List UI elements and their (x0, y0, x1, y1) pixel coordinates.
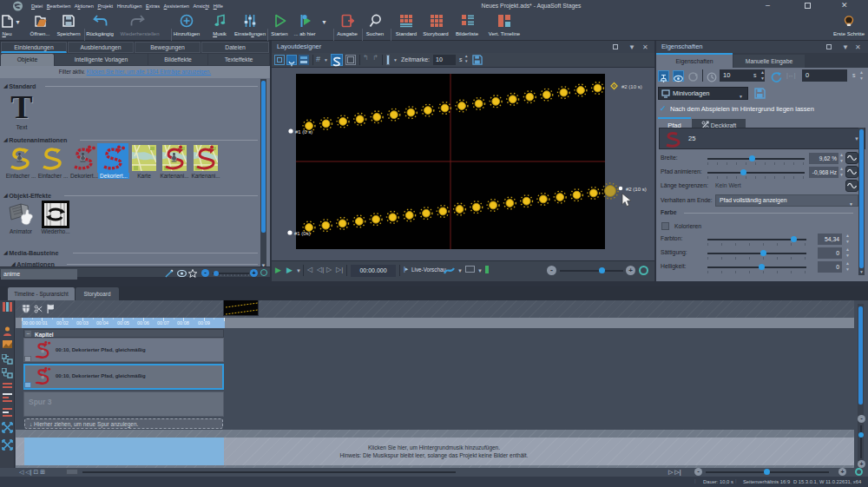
svg-text:#1 (0s): #1 (0s) (294, 231, 311, 236)
svg-text:#1 (0 s): #1 (0 s) (295, 129, 312, 135)
svg-text:#2 (10 s): #2 (10 s) (626, 187, 647, 192)
svg-text:#2 (10 s): #2 (10 s) (621, 84, 642, 89)
